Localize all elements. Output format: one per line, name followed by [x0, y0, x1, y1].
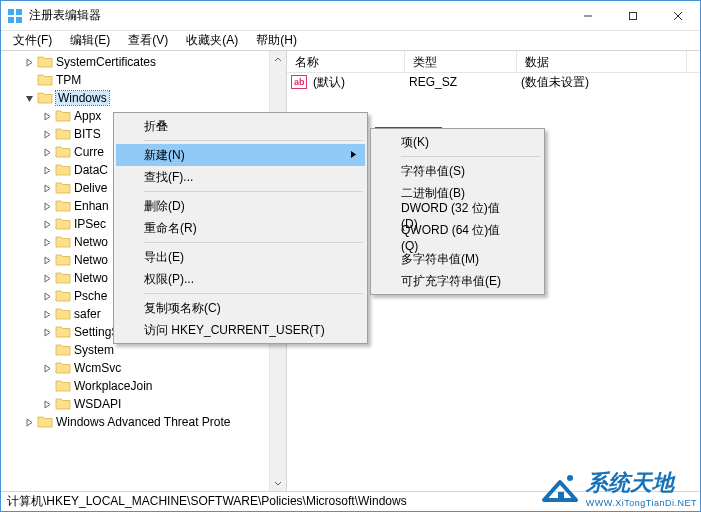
- col-name[interactable]: 名称: [287, 51, 405, 72]
- chevron-right-icon[interactable]: [41, 272, 53, 284]
- ctx-separator: [144, 140, 363, 141]
- chevron-right-icon[interactable]: [41, 398, 53, 410]
- chevron-right-icon[interactable]: [41, 326, 53, 338]
- tree-label: WorkplaceJoin: [74, 379, 152, 393]
- ctx-item[interactable]: 复制项名称(C): [116, 297, 365, 319]
- folder-icon: [55, 361, 71, 375]
- tree-label: TPM: [56, 73, 81, 87]
- maximize-button[interactable]: [610, 1, 655, 30]
- expander-empty: [41, 344, 53, 356]
- folder-icon: [55, 271, 71, 285]
- chevron-down-icon[interactable]: [23, 92, 35, 104]
- cell-type: REG_SZ: [405, 75, 517, 89]
- folder-icon: [55, 217, 71, 231]
- ctx-item-label: 可扩充字符串值(E): [401, 273, 501, 290]
- tree-item[interactable]: Windows: [1, 89, 286, 107]
- menu-help[interactable]: 帮助(H): [248, 30, 305, 51]
- ctx-item-label: 复制项名称(C): [144, 300, 221, 317]
- ctx-item-label: 查找(F)...: [144, 169, 193, 186]
- tree-item[interactable]: WorkplaceJoin: [1, 377, 286, 395]
- tree-item[interactable]: Windows Advanced Threat Prote: [1, 413, 286, 431]
- ctx-separator: [144, 191, 363, 192]
- chevron-right-icon[interactable]: [41, 290, 53, 302]
- ctx-item-label: 删除(D): [144, 198, 185, 215]
- svg-rect-2: [8, 17, 14, 23]
- folder-icon: [55, 307, 71, 321]
- chevron-right-icon[interactable]: [41, 164, 53, 176]
- chevron-right-icon[interactable]: [41, 200, 53, 212]
- folder-icon: [37, 55, 53, 69]
- minimize-button[interactable]: [565, 1, 610, 30]
- ctx-item[interactable]: 删除(D): [116, 195, 365, 217]
- folder-icon: [37, 415, 53, 429]
- menu-favorite[interactable]: 收藏夹(A): [178, 30, 246, 51]
- chevron-right-icon[interactable]: [41, 236, 53, 248]
- chevron-right-icon[interactable]: [41, 110, 53, 122]
- tree-item[interactable]: SystemCertificates: [1, 53, 286, 71]
- ctx-item[interactable]: 重命名(R): [116, 217, 365, 239]
- ctx-item-label: 字符串值(S): [401, 163, 465, 180]
- menubar: 文件(F) 编辑(E) 查看(V) 收藏夹(A) 帮助(H): [1, 31, 700, 51]
- close-button[interactable]: [655, 1, 700, 30]
- tree-label: DataC: [74, 163, 108, 177]
- svg-rect-3: [16, 17, 22, 23]
- list-row[interactable]: ab (默认) REG_SZ (数值未设置): [287, 73, 700, 91]
- chevron-right-icon[interactable]: [23, 416, 35, 428]
- tree-item[interactable]: WcmSvc: [1, 359, 286, 377]
- menu-file[interactable]: 文件(F): [5, 30, 60, 51]
- scroll-up-button[interactable]: [270, 51, 286, 68]
- ctx-item[interactable]: 项(K): [373, 131, 542, 153]
- tree-label: Psche: [74, 289, 107, 303]
- folder-icon: [37, 73, 53, 87]
- folder-icon: [55, 379, 71, 393]
- svg-rect-5: [629, 12, 636, 19]
- chevron-right-icon[interactable]: [41, 362, 53, 374]
- folder-icon: [55, 343, 71, 357]
- chevron-right-icon[interactable]: [41, 308, 53, 320]
- chevron-right-icon[interactable]: [23, 56, 35, 68]
- ctx-item[interactable]: 查找(F)...: [116, 166, 365, 188]
- tree-label: Windows: [56, 91, 109, 105]
- col-data[interactable]: 数据: [517, 51, 687, 72]
- menu-view[interactable]: 查看(V): [120, 30, 176, 51]
- ctx-item[interactable]: QWORD (64 位)值(Q): [373, 226, 542, 248]
- chevron-right-icon[interactable]: [41, 218, 53, 230]
- ctx-item-label: 重命名(R): [144, 220, 197, 237]
- tree-label: WSDAPI: [74, 397, 121, 411]
- folder-icon: [55, 145, 71, 159]
- tree-label: Netwo: [74, 253, 108, 267]
- ctx-item[interactable]: 折叠: [116, 115, 365, 137]
- ctx-item[interactable]: 多字符串值(M): [373, 248, 542, 270]
- chevron-right-icon[interactable]: [41, 254, 53, 266]
- tree-label: Windows Advanced Threat Prote: [56, 415, 231, 429]
- context-menu-main[interactable]: 折叠新建(N)查找(F)...删除(D)重命名(R)导出(E)权限(P)...复…: [113, 112, 368, 344]
- scroll-down-button[interactable]: [270, 474, 286, 491]
- ctx-item[interactable]: 权限(P)...: [116, 268, 365, 290]
- chevron-right-icon[interactable]: [41, 128, 53, 140]
- folder-icon: [55, 235, 71, 249]
- tree-label: safer: [74, 307, 101, 321]
- ctx-item-label: 多字符串值(M): [401, 251, 479, 268]
- tree-item[interactable]: TPM: [1, 71, 286, 89]
- svg-text:ab: ab: [294, 77, 305, 87]
- ctx-item[interactable]: 字符串值(S): [373, 160, 542, 182]
- col-type[interactable]: 类型: [405, 51, 517, 72]
- folder-icon: [55, 325, 71, 339]
- cell-data: (数值未设置): [517, 74, 593, 91]
- tree-label: Netwo: [74, 271, 108, 285]
- ctx-item[interactable]: 访问 HKEY_CURRENT_USER(T): [116, 319, 365, 341]
- chevron-right-icon[interactable]: [41, 182, 53, 194]
- folder-icon: [55, 199, 71, 213]
- context-menu-new[interactable]: 项(K)字符串值(S)二进制值(B)DWORD (32 位)值(D)QWORD …: [370, 128, 545, 295]
- ctx-item[interactable]: 可扩充字符串值(E): [373, 270, 542, 292]
- svg-rect-1: [16, 9, 22, 15]
- menu-edit[interactable]: 编辑(E): [62, 30, 118, 51]
- titlebar: 注册表编辑器: [1, 1, 700, 31]
- ctx-item[interactable]: 导出(E): [116, 246, 365, 268]
- chevron-right-icon[interactable]: [41, 146, 53, 158]
- ctx-item[interactable]: 新建(N): [116, 144, 365, 166]
- folder-icon: [55, 181, 71, 195]
- tree-item[interactable]: WSDAPI: [1, 395, 286, 413]
- chevron-right-icon: [350, 148, 357, 162]
- ctx-separator: [401, 156, 540, 157]
